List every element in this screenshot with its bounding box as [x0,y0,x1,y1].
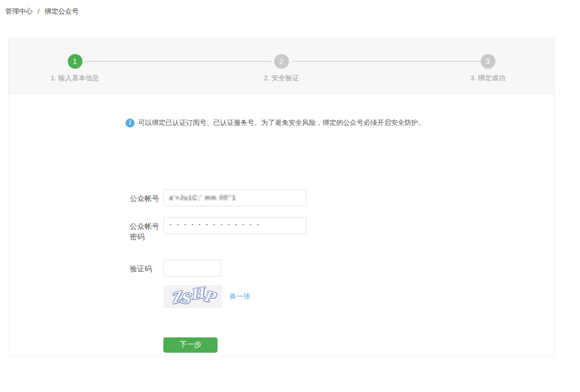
breadcrumb-separator: / [38,7,40,15]
step-1-basic-info: 1 1. 输入基本信息 [8,38,141,95]
bind-account-form: 公众帐号 a'=Ju1C;' mm 00''1 公众帐号密码 ·········… [130,189,306,353]
step-2-circle: 2 [274,54,289,69]
step-3-circle: 3 [481,54,495,69]
bind-account-card: 1 1. 输入基本信息 2 2. 安全验证 3 3. 绑定成功 i 可以绑定已认… [8,38,555,357]
password-masked-value: ············· [169,220,264,229]
captcha-letter-2: S [179,290,191,307]
captcha-refresh-link[interactable]: 换一张 [230,292,250,301]
step-2-label: 2. 安全验证 [264,73,298,83]
captcha-image-row: Z S H P 换一张 [163,285,306,308]
step-1-circle: 1 [68,54,82,69]
step-2-security-verify: 2 2. 安全验证 [215,38,348,95]
notice-banner: i 可以绑定已认证订阅号、已认证服务号。为了避免安全风险，绑定的公众号必须开启安… [126,118,425,128]
account-value-redacted: a'=Ju1C;' mm 00''1 [169,194,236,202]
info-icon: i [126,119,134,128]
password-row: 公众帐号密码 ············· [130,217,306,242]
stepper-connector-1 [85,61,272,62]
step-3-bind-success: 3 3. 绑定成功 [421,38,554,95]
stepper-connector-2 [292,61,481,62]
password-input[interactable]: ············· [163,217,306,234]
breadcrumb-item-bind-official-account: 绑定公众号 [45,7,79,15]
notice-text: 可以绑定已认证订阅号、已认证服务号。为了避免安全风险，绑定的公众号必须开启安全防… [138,118,425,128]
captcha-image[interactable]: Z S H P [163,285,222,308]
account-input[interactable]: a'=Ju1C;' mm 00''1 [163,189,306,206]
breadcrumb-item-admin-center[interactable]: 管理中心 [5,7,33,15]
account-label: 公众帐号 [130,189,163,206]
captcha-letter-4: P [202,288,216,306]
submit-row: 下一步 [163,337,306,353]
step-1-label: 1. 输入基本信息 [50,73,99,83]
password-label: 公众帐号密码 [130,217,163,242]
captcha-label: 验证码 [130,260,163,277]
step-3-label: 3. 绑定成功 [470,73,505,83]
stepper: 1 1. 输入基本信息 2 2. 安全验证 3 3. 绑定成功 [8,38,554,95]
next-step-button[interactable]: 下一步 [163,337,218,353]
breadcrumb: 管理中心 / 绑定公众号 [5,7,79,16]
account-row: 公众帐号 a'=Ju1C;' mm 00''1 [130,189,306,206]
captcha-field-row: 验证码 [130,260,306,277]
captcha-input[interactable] [163,260,221,277]
